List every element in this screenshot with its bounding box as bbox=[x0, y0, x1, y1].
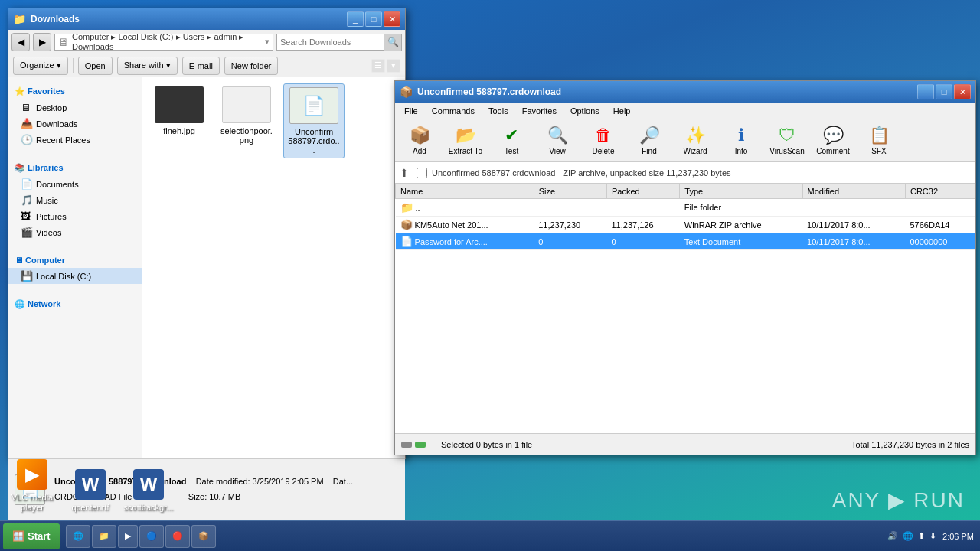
breadcrumb: Computer ▸ Local Disk (C:) ▸ Users ▸ adm… bbox=[72, 32, 262, 51]
address-input[interactable]: 🖥 Computer ▸ Local Disk (C:) ▸ Users ▸ a… bbox=[54, 34, 273, 51]
sidebar-item-documents[interactable]: 📄 Documents bbox=[8, 176, 142, 192]
menu-file[interactable]: File bbox=[398, 105, 424, 117]
menu-help[interactable]: Help bbox=[607, 105, 637, 117]
file-name: selectionpoor.png bbox=[219, 126, 274, 145]
path-up-icon[interactable]: ⬆ bbox=[400, 167, 412, 179]
folder-icon: 📁 bbox=[400, 201, 413, 214]
file-crdownload[interactable]: 📄 Unconfirm588797.crdo... bbox=[283, 83, 345, 158]
share-with-button[interactable]: Share with ▾ bbox=[117, 57, 178, 75]
menu-options[interactable]: Options bbox=[564, 105, 606, 117]
file-name: fineh.jpg bbox=[163, 126, 195, 135]
scottbackgr-icon-img: W bbox=[133, 469, 164, 500]
file-table: Name Size Packed Type Modified CRC32 📁 .… bbox=[395, 184, 975, 250]
sidebar-item-desktop[interactable]: 🖥 Desktop bbox=[8, 99, 142, 116]
taskbar-chrome-icon[interactable]: 🔵 bbox=[139, 525, 164, 548]
cell-name: 📦 KM5Auto Net 201... bbox=[396, 217, 534, 233]
maximize-button[interactable]: □ bbox=[365, 11, 382, 27]
virusscan-button[interactable]: 🛡 VirusScan bbox=[766, 122, 808, 160]
file-fineh-jpg[interactable]: fineh.jpg bbox=[149, 83, 210, 158]
zip-icon: 📦 bbox=[400, 219, 413, 230]
menu-commands[interactable]: Commands bbox=[426, 105, 481, 117]
sidebar-item-downloads[interactable]: 📥 Downloads bbox=[8, 116, 142, 132]
qcenter-icon[interactable]: W qcenter.rtf bbox=[66, 469, 115, 513]
wizard-button[interactable]: ✨ Wizard bbox=[674, 122, 717, 160]
info-button[interactable]: ℹ Info bbox=[720, 122, 763, 160]
col-crc[interactable]: CRC32 bbox=[905, 184, 975, 199]
sidebar-item-local-disk[interactable]: 💾 Local Disk (C:) bbox=[8, 268, 142, 284]
sfx-button[interactable]: 📋 SFX bbox=[858, 122, 900, 160]
winrar-maximize-button[interactable]: □ bbox=[936, 84, 952, 99]
cell-name: 📄 Password for Arc.... bbox=[396, 233, 534, 250]
col-modified[interactable]: Modified bbox=[802, 184, 905, 199]
col-packed[interactable]: Packed bbox=[607, 184, 680, 199]
forward-button[interactable]: ▶ bbox=[33, 33, 51, 51]
taskbar-media-icon[interactable]: ▶ bbox=[118, 525, 138, 548]
view-controls: ☰ ▾ bbox=[371, 59, 400, 73]
taskbar-ie-icon[interactable]: 🌐 bbox=[66, 525, 90, 548]
taskbar-explorer-icon[interactable]: 📁 bbox=[92, 525, 116, 548]
view-button[interactable]: 🔍 View bbox=[536, 122, 579, 160]
delete-button[interactable]: 🗑 Delete bbox=[582, 122, 625, 160]
view-grid-button[interactable]: ▾ bbox=[387, 59, 400, 73]
cell-modified: 10/11/2017 8:0... bbox=[802, 217, 905, 233]
status-selected: Selected 0 bytes in 1 file bbox=[441, 440, 532, 449]
sidebar-item-videos[interactable]: 🎬 Videos bbox=[8, 224, 142, 240]
email-button[interactable]: E-mail bbox=[182, 57, 220, 75]
view-list-button[interactable]: ☰ bbox=[371, 59, 385, 73]
file-selectionpoor-png[interactable]: selectionpoor.png bbox=[216, 83, 277, 158]
col-name[interactable]: Name bbox=[396, 184, 534, 199]
path-checkbox[interactable] bbox=[416, 168, 427, 178]
back-button[interactable]: ◀ bbox=[11, 33, 30, 51]
col-size[interactable]: Size bbox=[534, 184, 606, 199]
find-button[interactable]: 🔎 Find bbox=[628, 122, 671, 160]
path-text: Unconfirmed 588797.crdownload - ZIP arch… bbox=[432, 168, 731, 178]
winrar-close-button[interactable]: ✕ bbox=[954, 84, 971, 99]
txt-icon: 📄 bbox=[400, 236, 413, 247]
winrar-minimize-button[interactable]: _ bbox=[917, 84, 934, 99]
cell-packed: 0 bbox=[607, 233, 680, 250]
windows-icon: 🪟 bbox=[12, 530, 24, 542]
vlc-icon-desktop[interactable]: ▶ VLC mediaplayer bbox=[8, 459, 57, 513]
search-button[interactable]: 🔍 bbox=[384, 34, 401, 51]
organize-button[interactable]: Organize ▾ bbox=[13, 57, 68, 75]
sidebar-item-recent[interactable]: 🕒 Recent Places bbox=[8, 132, 142, 148]
sidebar-item-music[interactable]: 🎵 Music bbox=[8, 192, 142, 208]
taskbar-time: 2:06 PM bbox=[942, 532, 974, 541]
open-button[interactable]: Open bbox=[78, 57, 113, 75]
table-row[interactable]: 📄 Password for Arc.... 0 0 Text Document… bbox=[396, 233, 975, 250]
comment-button[interactable]: 💬 Comment bbox=[812, 122, 854, 160]
cell-size bbox=[534, 199, 606, 217]
cell-crc: 5766DA14 bbox=[905, 217, 975, 233]
new-folder-button[interactable]: New folder bbox=[224, 57, 279, 75]
test-button[interactable]: ✔ Test bbox=[490, 122, 533, 160]
table-row[interactable]: 📦 KM5Auto Net 201... 11,237,230 11,237,1… bbox=[396, 217, 975, 233]
system-tray: 🔊 🌐 ⬆ ⬇ bbox=[887, 531, 936, 541]
tray-icon3: ⬆ bbox=[918, 531, 925, 541]
scottbackgr-icon[interactable]: W scottbackgr... bbox=[124, 469, 173, 513]
table-row[interactable]: 📁 .. File folder bbox=[396, 199, 975, 217]
extract-to-button[interactable]: 📂 Extract To bbox=[444, 122, 487, 160]
winrar-window: 📦 Unconfirmed 588797.crdownload _ □ ✕ Fi… bbox=[394, 80, 976, 455]
col-type[interactable]: Type bbox=[680, 184, 802, 199]
window-controls: _ □ ✕ bbox=[347, 11, 400, 27]
winrar-pathbar: ⬆ Unconfirmed 588797.crdownload - ZIP ar… bbox=[395, 162, 975, 184]
cell-name: 📁 .. bbox=[396, 199, 534, 217]
taskbar-winrar-icon[interactable]: 📦 bbox=[191, 525, 216, 548]
menu-tools[interactable]: Tools bbox=[482, 105, 514, 117]
cell-packed: 11,237,126 bbox=[607, 217, 680, 233]
close-button[interactable]: ✕ bbox=[384, 11, 400, 27]
cell-modified bbox=[802, 199, 905, 217]
start-button[interactable]: 🪟 Start bbox=[3, 523, 60, 549]
file-table-container: Name Size Packed Type Modified CRC32 📁 .… bbox=[395, 184, 975, 433]
menu-favorites[interactable]: Favorites bbox=[516, 105, 563, 117]
search-input[interactable] bbox=[277, 37, 384, 47]
sidebar-item-pictures[interactable]: 🖼 Pictures bbox=[8, 208, 142, 224]
taskbar-antivirus-icon[interactable]: 🔴 bbox=[165, 525, 190, 548]
qcenter-icon-img: W bbox=[75, 469, 106, 500]
network-header: 🌐 Network bbox=[8, 296, 142, 312]
minimize-button[interactable]: _ bbox=[347, 11, 364, 27]
qcenter-label: qcenter.rtf bbox=[72, 503, 109, 513]
address-bar: ◀ ▶ 🖥 Computer ▸ Local Disk (C:) ▸ Users… bbox=[8, 30, 405, 54]
status-total: Total 11,237,230 bytes in 2 files bbox=[851, 440, 969, 449]
add-button[interactable]: 📦 Add bbox=[398, 122, 441, 160]
